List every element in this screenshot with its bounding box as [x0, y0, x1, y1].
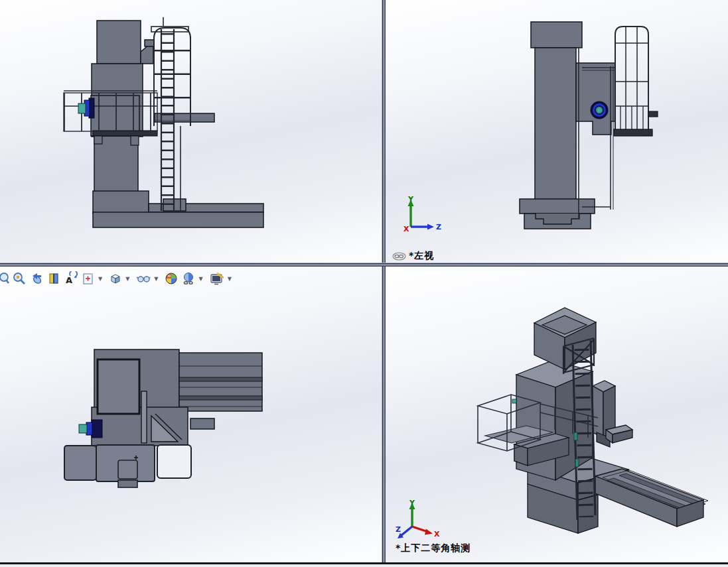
viewport-top-view[interactable]: A ▼	[0, 267, 382, 562]
viewport-front-view[interactable]	[0, 0, 382, 263]
svg-text:X: X	[403, 225, 409, 233]
viewport-link-icon	[392, 252, 406, 261]
svg-text:Y: Y	[409, 499, 415, 507]
viewport-label-dimetric-view: *上下二等角轴测	[396, 542, 471, 554]
viewport-left-view[interactable]: Y Z X *左视	[386, 0, 728, 263]
axis-triad: Y Z X	[402, 194, 443, 235]
viewport-label-left-view: *左视	[392, 250, 434, 262]
top-view-model	[0, 267, 382, 562]
axis-triad: Y X Z	[395, 499, 443, 541]
svg-text:Y: Y	[407, 195, 414, 204]
svg-text:Z: Z	[436, 223, 441, 231]
spindle-face	[591, 101, 609, 119]
front-view-model	[0, 0, 382, 263]
viewport-dimetric-view[interactable]: Y X Z *上下二等角轴测	[386, 267, 728, 562]
cad-four-viewport-window: Y Z X *左视	[0, 0, 728, 567]
viewport-splitter-horizontal[interactable]	[0, 263, 728, 267]
svg-text:X: X	[434, 530, 440, 538]
svg-text:Z: Z	[396, 525, 401, 534]
viewport-splitter-vertical[interactable]	[382, 0, 386, 562]
statusbar-strip	[0, 564, 728, 567]
